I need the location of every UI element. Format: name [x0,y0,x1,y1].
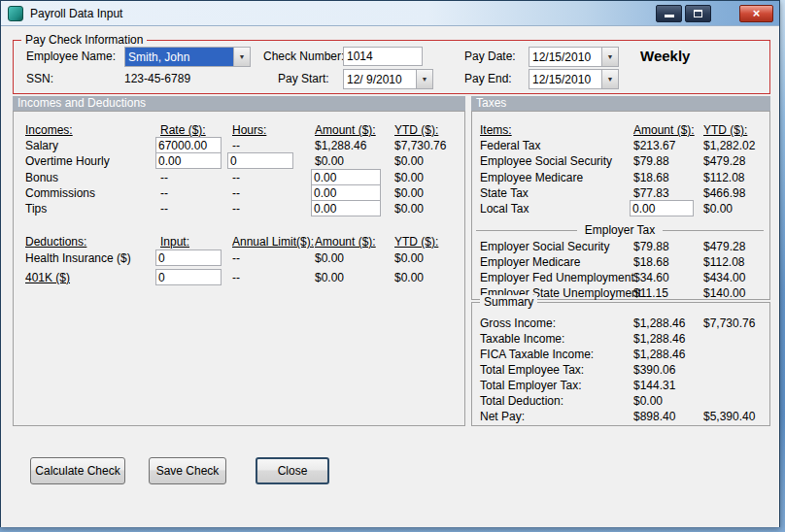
tax-label: Employee Medicare [480,171,583,184]
check-number-input[interactable] [343,47,423,66]
minimize-button[interactable] [656,5,682,22]
employee-name-dropdown-arrow-icon[interactable]: ▼ [233,48,250,66]
tax-row-federal: Federal Tax $213.67 $1,282.02 [472,139,769,154]
deduction-label: Health Insurance ($) [25,251,131,265]
summary-row-net-pay: Net Pay: $898.40 $5,390.40 [472,410,769,425]
bonus-amount-input[interactable] [311,169,381,185]
summary-row-fica: FICA Taxable Income: $1,288.46 [472,348,769,363]
commissions-amount-input[interactable] [311,184,381,201]
tax-amount: $213.67 [633,139,675,152]
tax-ytd: $479.28 [703,154,745,168]
deduction-amount: $0.00 [315,271,344,284]
income-rate: -- [160,171,168,184]
deductions-col-amount: Amount ($): [315,235,376,249]
deductions-col-item: Deductions: [25,235,86,249]
tax-label: Employer Medicare [480,255,580,269]
income-ytd: $0.00 [394,171,424,184]
pay-start-value: 12/ 9/2010 [344,70,416,88]
incomes-col-rate: Rate ($): [160,123,206,137]
minimize-icon [665,15,674,17]
overtime-hours-input[interactable] [227,152,293,169]
tax-row-employee-medicare: Employee Medicare $18.68 $112.08 [472,171,769,186]
incomes-col-ytd: YTD ($): [394,123,438,137]
pay-date-picker[interactable]: 12/15/2010 ▼ [529,47,619,67]
income-ytd: $7,730.76 [394,139,446,152]
income-label: Tips [25,202,47,216]
tax-row-employee-social-security: Employee Social Security $79.88 $479.28 [472,154,769,170]
tax-label: Local Tax [480,202,529,216]
deduction-row-401k: 401K ($) -- $0.00 $0.00 [14,271,464,286]
pay-date-dropdown-arrow-icon[interactable]: ▼ [601,48,618,66]
summary-value: $390.06 [633,363,675,377]
summary-label: Taxable Income: [480,332,564,346]
deduction-row-health-insurance: Health Insurance ($) -- $0.00 $0.00 [14,251,464,267]
health-insurance-input[interactable] [155,249,222,266]
income-hours: -- [232,186,240,200]
summary-value: $0.00 [633,394,663,408]
summary-panel: Summary Gross Income: $1,288.46 $7,730.7… [471,302,770,426]
maximize-icon [694,10,702,17]
summary-value: $144.31 [633,379,675,392]
taxes-col-ytd: YTD ($): [703,123,747,137]
pay-start-dropdown-arrow-icon[interactable]: ▼ [416,70,432,88]
pay-end-dropdown-arrow-icon[interactable]: ▼ [601,70,618,88]
income-ytd: $0.00 [394,202,424,216]
incomes-col-item: Incomes: [25,123,73,137]
tax-label: Employer Social Security [480,240,609,253]
tips-amount-input[interactable] [311,200,381,216]
k401-input[interactable] [155,269,222,285]
summary-label: Total Employee Tax: [480,363,584,377]
local-tax-input[interactable] [630,200,694,216]
summary-row-gross: Gross Income: $1,288.46 $7,730.76 [472,316,769,332]
summary-label: Gross Income: [480,316,556,330]
summary-label: Net Pay: [480,410,525,423]
summary-label: Total Deduction: [480,394,563,408]
title-bar: Payroll Data Input × [1,1,779,26]
tax-ytd: $112.08 [703,255,745,269]
section-header-taxes: Taxes [471,96,770,111]
save-check-button[interactable]: Save Check [149,457,226,484]
maximize-button[interactable] [685,5,711,22]
calculate-check-button[interactable]: Calculate Check [30,457,125,484]
salary-rate-input[interactable] [155,137,222,153]
overtime-rate-input[interactable] [155,152,222,169]
section-header-incomes-deductions: Incomes and Deductions [13,96,465,111]
summary-label: Total Employer Tax: [480,379,582,392]
pay-end-picker[interactable]: 12/15/2010 ▼ [529,69,619,89]
close-window-button[interactable]: × [739,5,773,22]
close-button[interactable]: Close [256,457,329,484]
income-rate: -- [160,186,168,200]
income-label: Bonus [25,171,58,184]
deductions-header-row: Deductions: Input: Annual Limit($): Amou… [14,235,464,250]
summary-value: $1,288.46 [633,316,685,330]
tax-ytd: $0.00 [703,202,733,216]
window-title: Payroll Data Input [30,7,122,20]
tax-row-state: State Tax $77.83 $466.98 [472,186,769,202]
deduction-limit: -- [232,251,240,265]
employer-tax-title: Employer Tax [577,223,663,237]
pay-frequency-label: Weekly [640,48,690,64]
taxes-col-items: Items: [480,123,512,137]
income-ytd: $0.00 [394,186,424,200]
incomes-col-hours: Hours: [232,123,266,137]
income-row-tips: Tips -- -- $0.00 [14,202,464,217]
summary-row-taxable: Taxable Income: $1,288.46 [472,332,769,348]
income-hours: -- [232,202,240,216]
tax-row-employer-fed-unemployment: Employer Fed Unemployment $34.60 $434.00 [472,271,769,286]
pay-end-value: 12/15/2010 [529,70,601,88]
pay-start-label: Pay Start: [278,72,329,85]
dialog-body: Pay Check Information Employee Name: Smi… [1,26,779,527]
tax-label: Federal Tax [480,139,540,152]
income-rate: -- [160,202,168,216]
employee-name-combobox[interactable]: Smith, John ▼ [124,47,251,67]
deduction-401k-link[interactable]: 401K ($) [25,271,70,284]
deduction-ytd: $0.00 [394,251,424,265]
income-label: Salary [25,139,58,152]
ssn-value: 123-45-6789 [124,72,190,85]
income-hours: -- [232,139,240,152]
tax-amount: $18.68 [633,171,669,184]
pay-start-picker[interactable]: 12/ 9/2010 ▼ [343,69,433,89]
taxes-header-row: Items: Amount ($): YTD ($): [472,123,769,139]
tax-ytd: $1,282.02 [703,139,755,152]
tax-label: State Tax [480,186,529,200]
